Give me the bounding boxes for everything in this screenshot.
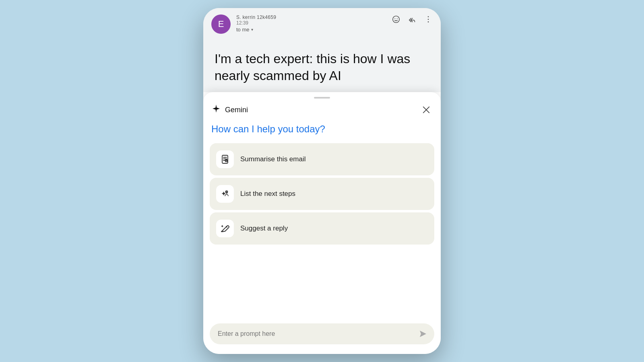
svg-point-4 (428, 19, 429, 20)
chevron-down-icon: ▾ (251, 27, 253, 32)
drag-handle (314, 97, 330, 99)
svg-point-3 (428, 16, 429, 17)
suggest-reply-button[interactable]: ✦ Suggest a reply (210, 212, 434, 245)
email-title: I'm a tech expert: this is how I was nea… (215, 51, 429, 84)
email-time: 12:39 (236, 20, 276, 26)
emoji-button[interactable] (392, 15, 400, 26)
send-button[interactable] (418, 329, 428, 339)
svg-point-1 (394, 18, 395, 19)
close-button[interactable] (420, 103, 433, 116)
sheet-handle (203, 92, 441, 102)
phone-frame: E S. kerrin 12k4659 12:39 (203, 8, 441, 354)
email-meta: S. kerrin 12k4659 12:39 (236, 14, 433, 33)
svg-point-2 (397, 18, 398, 19)
svg-text:✦: ✦ (221, 224, 224, 228)
pen-icon: ✦ (216, 220, 234, 237)
sender-info: S. kerrin 12k4659 12:39 (236, 14, 276, 26)
gemini-star-icon (211, 104, 221, 116)
list-icon: ✦ (216, 185, 234, 203)
recipient-row: to me ▾ (236, 27, 433, 33)
summarise-button[interactable]: Summarise this email (210, 143, 434, 175)
action-list: Summarise this email ✦ List the next ste… (203, 143, 441, 319)
email-header: E S. kerrin 12k4659 12:39 (203, 8, 441, 39)
svg-point-0 (393, 16, 400, 23)
svg-marker-18 (420, 331, 426, 337)
gemini-panel: Gemini How can I help you today? (203, 92, 441, 354)
summarise-label: Summarise this email (240, 155, 306, 163)
document-icon (216, 150, 234, 168)
reply-all-button[interactable] (408, 15, 417, 26)
email-action-icons (392, 15, 433, 26)
gemini-title-label: Gemini (225, 106, 248, 114)
gemini-title-row: Gemini (211, 104, 248, 116)
help-text: How can I help you today? (203, 123, 441, 143)
prompt-area (203, 319, 441, 348)
sheet-header: Gemini (203, 102, 441, 123)
svg-rect-8 (222, 155, 228, 163)
next-steps-button[interactable]: ✦ List the next steps (210, 178, 434, 210)
next-steps-label: List the next steps (240, 190, 295, 198)
prompt-input-row (210, 323, 434, 344)
sender-avatar: E (211, 14, 231, 34)
sender-name: S. kerrin 12k4659 (236, 14, 276, 20)
email-content: I'm a tech expert: this is how I was nea… (203, 39, 441, 92)
svg-point-5 (428, 21, 429, 23)
prompt-input[interactable] (218, 330, 414, 337)
more-options-button[interactable] (424, 15, 433, 26)
suggest-reply-label: Suggest a reply (240, 224, 288, 232)
